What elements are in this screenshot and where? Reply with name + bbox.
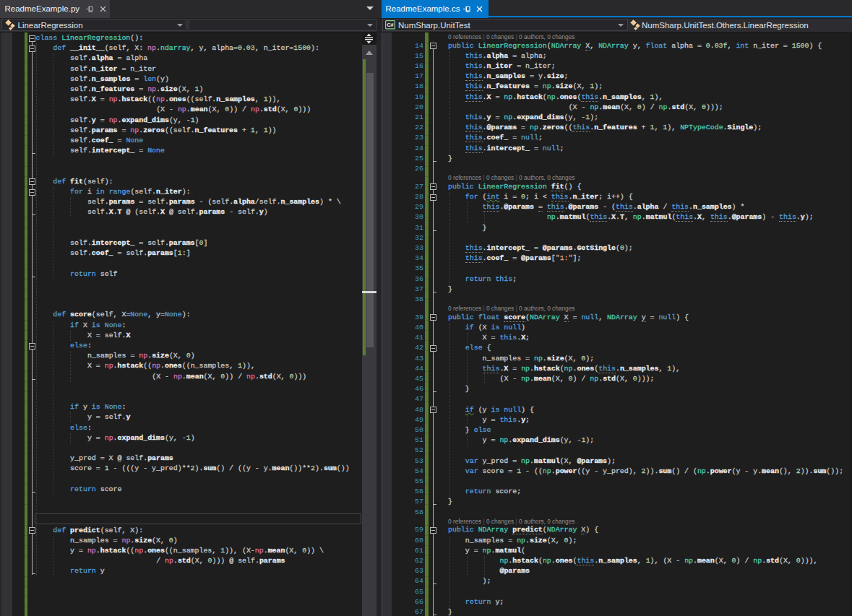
svg-text:C#: C#: [387, 22, 394, 28]
